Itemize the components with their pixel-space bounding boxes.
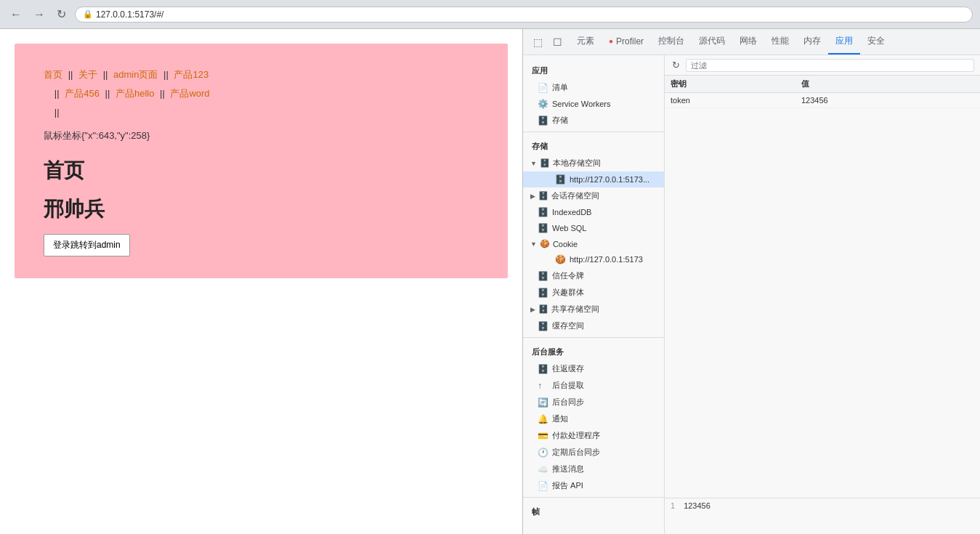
- user-name: 邢帅兵: [44, 195, 479, 223]
- sidebar-item-push-messaging[interactable]: ☁️ 推送消息: [523, 461, 664, 477]
- local-storage-icon: 🗄️: [540, 158, 550, 168]
- devtools-main-panel: ↻ 密钥 值 token 123456: [665, 55, 980, 534]
- login-button[interactable]: 登录跳转到admin: [44, 234, 130, 256]
- nav-link-product456[interactable]: 产品456: [65, 88, 100, 99]
- devtools-toolbar: ↻: [665, 55, 980, 76]
- sidebar-item-session-storage-group[interactable]: ▶ 🗄️ 会话存储空间: [523, 187, 664, 204]
- devtools-sidebar: 应用 📄 清单 ⚙️ Service Workers 🗄️ 存储 存储: [523, 55, 665, 534]
- sidebar-item-background-sync[interactable]: 🔄 后台同步: [523, 394, 664, 410]
- device-toggle-button[interactable]: ☐: [548, 33, 567, 51]
- cache-storage-icon: 🗄️: [538, 321, 548, 331]
- expand-shared-storage-icon: ▶: [530, 306, 535, 313]
- address-bar[interactable]: 🔒 127.0.0.1:5173/#/: [75, 7, 973, 23]
- refresh-storage-button[interactable]: ↻: [671, 58, 681, 72]
- service-workers-icon: ⚙️: [538, 99, 548, 109]
- websql-icon: 🗄️: [538, 223, 548, 233]
- section-header-storage: 存储: [523, 135, 664, 155]
- sidebar-item-indexeddb[interactable]: 🗄️ IndexedDB: [523, 204, 664, 220]
- sidebar-item-cache-storage[interactable]: 🗄️ 缓存空间: [523, 317, 664, 334]
- refresh-button[interactable]: ↻: [54, 6, 69, 23]
- sidebar-item-cookie-group[interactable]: ▼ 🍪 Cookie: [523, 236, 664, 251]
- table-header: 密钥 值: [665, 76, 980, 93]
- devtools-panel: ⬚ ☐ 元素 ● Profiler 控制台 源代码 网络 性能 内存 应用 安全…: [522, 29, 980, 534]
- sidebar-item-websql[interactable]: 🗄️ Web SQL: [523, 220, 664, 236]
- sidebar-item-back-forward-cache[interactable]: 🗄️ 往返缓存: [523, 360, 664, 377]
- nav-link-admin[interactable]: admin页面: [113, 69, 158, 80]
- background-sync-icon: 🔄: [538, 397, 548, 408]
- bottom-value: 123456: [684, 501, 710, 510]
- inspect-element-button[interactable]: ⬚: [529, 33, 547, 51]
- webpage-content: 首页 || 关于 || admin页面 || 产品123 || 产品456 ||…: [0, 29, 522, 534]
- section-header-frames: 帧: [523, 501, 664, 520]
- tab-performance[interactable]: 性能: [764, 29, 796, 54]
- back-forward-cache-icon: 🗄️: [538, 364, 548, 374]
- sidebar-item-local-storage-url[interactable]: 🗄️ http://127.0.0.1:5173...: [523, 171, 664, 187]
- row-key-token: token: [671, 96, 801, 105]
- tab-sources[interactable]: 源代码: [692, 29, 732, 54]
- mouse-coords: 鼠标坐标{"x":643,"y":258}: [44, 129, 479, 142]
- expand-cookie-icon: ▼: [530, 240, 537, 248]
- bottom-panel: 1 123456: [665, 498, 980, 534]
- back-button[interactable]: ←: [7, 7, 25, 23]
- indexeddb-icon: 🗄️: [538, 207, 548, 217]
- sidebar-item-cookie-url[interactable]: 🍪 http://127.0.0.1:5173: [523, 251, 664, 267]
- pink-section: 首页 || 关于 || admin页面 || 产品123 || 产品456 ||…: [15, 44, 508, 278]
- tab-console[interactable]: 控制台: [651, 29, 692, 54]
- nav-link-productword[interactable]: 产品word: [170, 88, 209, 99]
- nav-links: 首页 || 关于 || admin页面 || 产品123 || 产品456 ||…: [44, 65, 479, 122]
- nav-link-producthello[interactable]: 产品hello: [116, 88, 154, 99]
- section-header-app: 应用: [523, 60, 664, 79]
- devtools-tabs: ⬚ ☐ 元素 ● Profiler 控制台 源代码 网络 性能 内存 应用 安全: [523, 29, 980, 55]
- table-row[interactable]: token 123456: [665, 93, 980, 108]
- sidebar-item-periodic-sync[interactable]: 🕐 定期后台同步: [523, 444, 664, 461]
- session-storage-icon: 🗄️: [538, 191, 548, 201]
- sidebar-item-reporting-api[interactable]: 📄 报告 API: [523, 477, 664, 494]
- table-rows: token 123456: [665, 93, 980, 498]
- sidebar-item-notifications[interactable]: 🔔 通知: [523, 410, 664, 427]
- nav-link-product123[interactable]: 产品123: [174, 69, 208, 80]
- column-header-key: 密钥: [671, 78, 801, 89]
- line-number: 1: [671, 501, 675, 510]
- section-header-background: 后台服务: [523, 341, 664, 360]
- sidebar-item-storage[interactable]: 🗄️ 存储: [523, 112, 664, 129]
- url-text: 127.0.0.1:5173/#/: [96, 9, 163, 20]
- nav-link-about[interactable]: 关于: [78, 69, 97, 80]
- sidebar-item-background-fetch[interactable]: ↑ 后台提取: [523, 377, 664, 394]
- expand-session-storage-icon: ▶: [530, 193, 535, 200]
- sidebar-item-interest-groups[interactable]: 🗄️ 兴趣群体: [523, 284, 664, 301]
- page-heading: 首页: [44, 157, 479, 185]
- tab-application[interactable]: 应用: [828, 29, 860, 54]
- shared-storage-icon: 🗄️: [538, 304, 548, 314]
- sidebar-item-service-workers[interactable]: ⚙️ Service Workers: [523, 96, 664, 112]
- filter-input[interactable]: [686, 59, 974, 72]
- tab-elements[interactable]: 元素: [570, 29, 602, 54]
- divider-2: [523, 337, 664, 338]
- sidebar-item-manifest[interactable]: 📄 清单: [523, 79, 664, 96]
- tab-profiler[interactable]: ● Profiler: [602, 31, 651, 54]
- tab-network[interactable]: 网络: [732, 29, 764, 54]
- storage-icon: 🗄️: [538, 116, 548, 126]
- tab-security[interactable]: 安全: [860, 29, 892, 54]
- devtools-icon-buttons: ⬚ ☐: [526, 31, 570, 54]
- cookie-group-icon: 🍪: [540, 239, 550, 248]
- sidebar-item-shared-storage-group[interactable]: ▶ 🗄️ 共享存储空间: [523, 301, 664, 317]
- sidebar-item-payment-handler[interactable]: 💳 付款处理程序: [523, 427, 664, 444]
- main-area: 首页 || 关于 || admin页面 || 产品123 || 产品456 ||…: [0, 29, 980, 534]
- local-storage-url-icon: 🗄️: [555, 174, 565, 185]
- row-value-token: 123456: [801, 96, 974, 105]
- column-header-value: 值: [801, 78, 974, 89]
- periodic-sync-icon: 🕐: [538, 448, 548, 458]
- cookie-url-icon: 🍪: [555, 254, 565, 264]
- browser-chrome: ← → ↻ 🔒 127.0.0.1:5173/#/: [0, 0, 980, 29]
- divider-1: [523, 132, 664, 132]
- background-fetch-icon: ↑: [538, 381, 548, 391]
- interest-groups-icon: 🗄️: [538, 288, 548, 298]
- notifications-icon: 🔔: [538, 414, 548, 424]
- sidebar-item-local-storage-group[interactable]: ▼ 🗄️ 本地存储空间: [523, 155, 664, 171]
- sidebar-item-trust-tokens[interactable]: 🗄️ 信任令牌: [523, 267, 664, 284]
- tab-memory[interactable]: 内存: [796, 29, 828, 54]
- forward-button[interactable]: →: [31, 7, 48, 23]
- nav-link-home[interactable]: 首页: [44, 69, 62, 80]
- push-messaging-icon: ☁️: [538, 464, 548, 474]
- payment-handler-icon: 💳: [538, 431, 548, 441]
